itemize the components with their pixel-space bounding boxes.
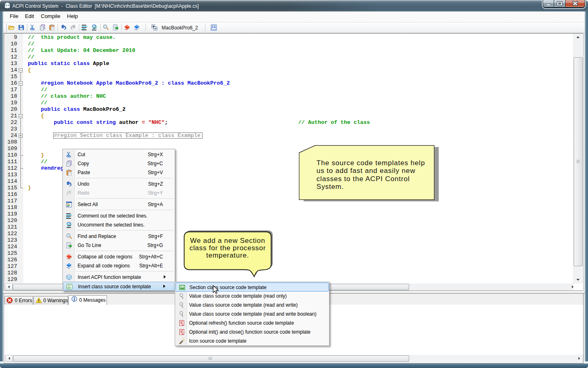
svg-text:c: c bbox=[182, 323, 184, 326]
svg-text:c#: c# bbox=[67, 286, 71, 289]
svg-text:c: c bbox=[182, 332, 184, 335]
